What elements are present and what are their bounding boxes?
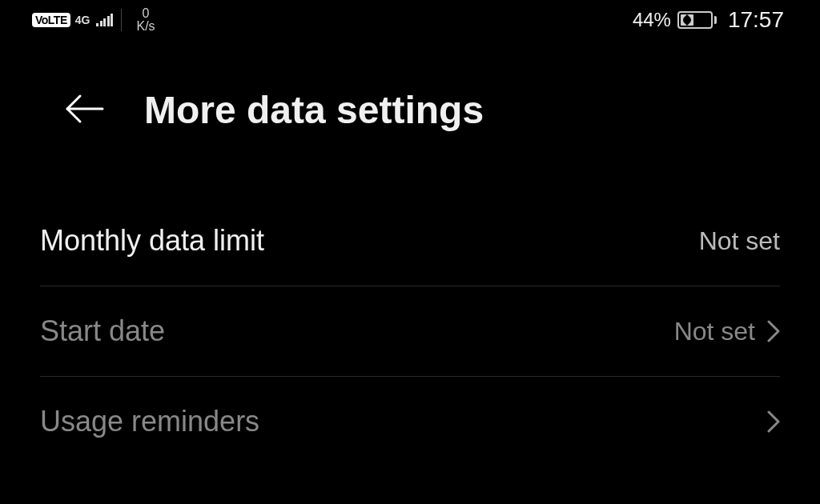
status-left: VoLTE 4G 0 K/s bbox=[32, 7, 155, 33]
item-label: Start date bbox=[40, 314, 165, 348]
status-right: 44% 17:57 bbox=[633, 7, 784, 33]
status-divider bbox=[121, 9, 122, 31]
item-value-wrap bbox=[755, 410, 780, 433]
item-label: Usage reminders bbox=[40, 405, 259, 438]
settings-item-monthly-data-limit[interactable]: Monthly data limit Not set bbox=[40, 196, 780, 286]
item-value-wrap: Not set bbox=[699, 226, 780, 256]
speed-unit: K/s bbox=[136, 20, 155, 33]
network-indicator: 4G bbox=[75, 14, 90, 26]
battery-icon bbox=[677, 11, 717, 29]
volte-badge: VoLTE bbox=[32, 13, 70, 27]
settings-item-start-date[interactable]: Start date Not set bbox=[40, 286, 780, 377]
signal-bars-icon bbox=[96, 14, 113, 26]
chevron-right-icon bbox=[767, 320, 780, 342]
arrow-left-icon bbox=[64, 93, 104, 125]
item-label: Monthly data limit bbox=[40, 224, 264, 258]
battery-percent: 44% bbox=[633, 9, 671, 31]
page-title: More data settings bbox=[144, 88, 484, 132]
settings-list: Monthly data limit Not set Start date No… bbox=[0, 164, 820, 466]
clock: 17:57 bbox=[728, 7, 784, 33]
network-type-label: 4G bbox=[75, 14, 90, 26]
status-bar: VoLTE 4G 0 K/s 44% 17:57 bbox=[0, 0, 820, 40]
settings-item-usage-reminders[interactable]: Usage reminders bbox=[40, 377, 780, 466]
back-button[interactable] bbox=[64, 93, 104, 128]
item-value: Not set bbox=[699, 226, 780, 256]
eco-leaf-icon bbox=[681, 14, 693, 26]
item-value: Not set bbox=[674, 317, 755, 346]
speed-value: 0 bbox=[143, 7, 150, 20]
data-speed-indicator: 0 K/s bbox=[136, 7, 155, 33]
page-header: More data settings bbox=[0, 40, 820, 164]
item-value-wrap: Not set bbox=[674, 317, 780, 346]
chevron-right-icon bbox=[767, 410, 780, 433]
